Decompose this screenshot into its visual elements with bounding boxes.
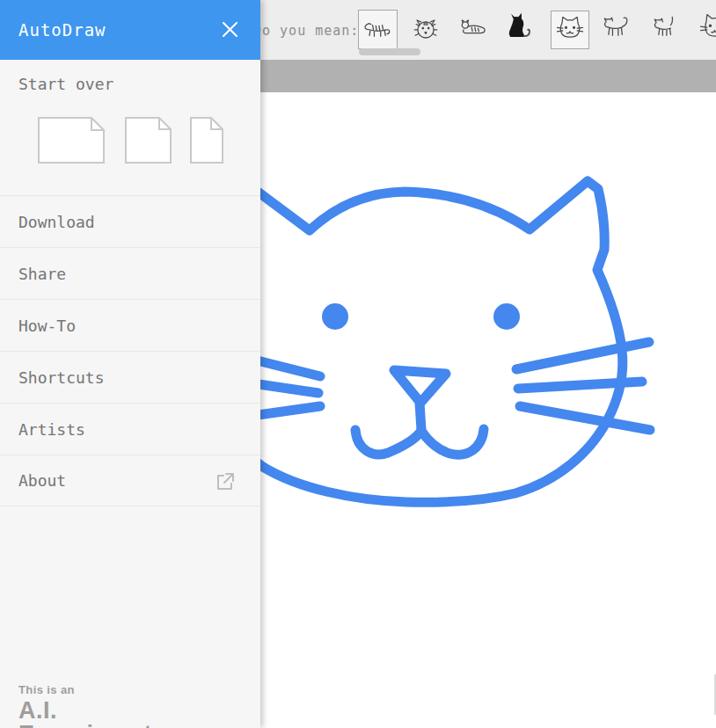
cat-walking-straight-tail-icon [648,11,683,47]
cat-mouth [420,403,421,430]
drawer-menu: Download Share How-To Shortcuts Artists … [0,195,260,506]
menu-item-about[interactable]: About [0,455,260,506]
start-over-label: Start over [18,75,113,93]
cat-face-partial-icon [697,11,716,46]
cat-right-eye [493,303,520,330]
portrait-canvas-icon[interactable] [190,117,224,164]
menu-drawer: AutoDraw Start over [0,0,260,728]
cat-right-whiskers [516,342,650,430]
suggestion-tiger-walking[interactable] [358,10,398,49]
menu-item-how-to[interactable]: How-To [0,299,260,351]
suggestion-tiger-face[interactable] [406,10,445,48]
landscape-canvas-icon[interactable] [38,117,106,164]
footer-experiment-label: Experiment [18,723,238,728]
cat-face-icon [552,12,588,47]
external-link-icon [216,471,236,491]
suggestion-scrollbar-thumb[interactable] [359,48,420,55]
drawer-header: AutoDraw [0,0,260,60]
suggestion-cat-face[interactable] [551,11,589,49]
footer-tagline: This is an [18,683,238,696]
footer-ai-label: A.I. [18,699,238,723]
menu-item-label: Artists [18,420,85,439]
do-you-mean-label: Do you mean: [253,23,359,39]
suggestion-tiger-lying[interactable] [454,10,493,48]
square-canvas-icon[interactable] [125,117,172,164]
cat-walking-curled-tail-icon [599,11,634,47]
cat-nose [394,370,446,403]
menu-item-artists[interactable]: Artists [0,403,260,455]
menu-item-download[interactable]: Download [0,195,260,247]
black-cat-icon [503,11,538,47]
close-icon[interactable] [220,19,240,40]
tiger-face-icon [408,11,443,47]
app-title: AutoDraw [18,20,106,40]
suggestion-cat-silhouette[interactable] [501,10,540,48]
suggestion-cat-walking-curled-tail[interactable] [597,10,636,48]
cat-left-eye [322,303,348,330]
menu-item-label: Shortcuts [18,368,105,387]
suggestion-cat-face-partial[interactable] [693,7,716,49]
autodraw-app: Do you mean: [0,0,716,728]
ai-experiment-footer: This is an A.I. Experiment [18,683,238,728]
menu-item-label: Share [18,265,66,283]
suggestion-cat-walking-straight-tail[interactable] [647,10,685,48]
tiger-walking-icon [361,12,396,47]
cat-head-outline [209,156,623,502]
tiger-lying-icon [456,11,491,47]
canvas-size-picker [38,117,224,164]
menu-item-label: About [18,471,66,490]
menu-item-label: Download [18,213,95,231]
menu-item-shortcuts[interactable]: Shortcuts [0,351,260,403]
menu-item-label: How-To [18,317,76,335]
menu-item-share[interactable]: Share [0,247,260,299]
